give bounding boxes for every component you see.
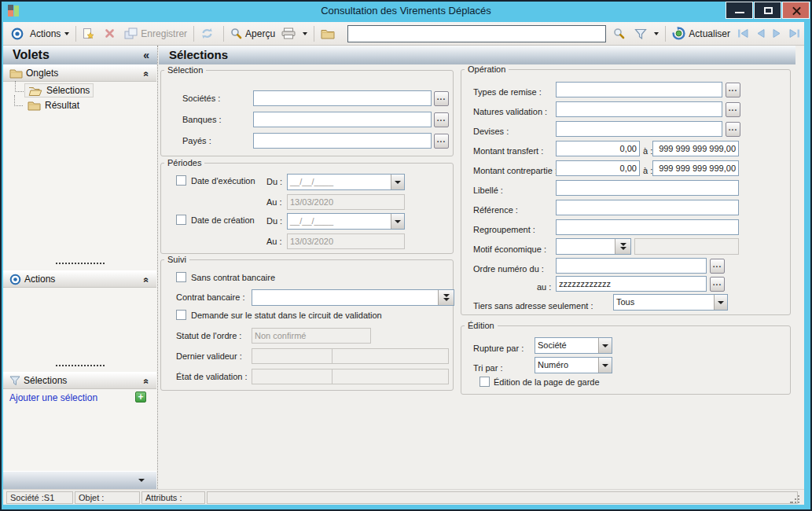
chevron-down-icon bbox=[64, 32, 69, 35]
banques-input[interactable] bbox=[253, 112, 432, 127]
filter-button[interactable] bbox=[634, 28, 659, 39]
nav-first-button[interactable] bbox=[737, 28, 749, 39]
group-edition: Édition Rupture par : Société Tri par : … bbox=[461, 325, 791, 395]
dernier-valideur-field-2[interactable] bbox=[332, 348, 449, 364]
ordre-numero-au-input[interactable]: zzzzzzzzzzzz bbox=[556, 276, 707, 292]
closed-folder-icon bbox=[28, 101, 41, 111]
du-label: Du : bbox=[266, 216, 282, 226]
add-selection-link[interactable]: Ajouter une sélection bbox=[9, 392, 97, 403]
ordre-au-browse-button[interactable]: ... bbox=[710, 277, 725, 292]
date-creation-du-combo[interactable]: __/__/____ bbox=[287, 213, 405, 230]
montant-transfert-from-field[interactable]: 0,00 bbox=[556, 141, 640, 156]
reference-input[interactable] bbox=[556, 200, 739, 215]
ordre-numero-au-label: au : bbox=[537, 282, 551, 292]
sans-contrat-checkbox[interactable] bbox=[176, 272, 186, 282]
etat-validation-field-1[interactable] bbox=[252, 369, 333, 384]
motif-economique-field[interactable] bbox=[634, 238, 739, 255]
rupture-value: Société bbox=[538, 340, 567, 350]
double-chevron-down-icon[interactable] bbox=[438, 290, 454, 305]
close-button[interactable] bbox=[782, 2, 810, 19]
preview-button[interactable]: Aperçu bbox=[230, 28, 275, 39]
refresh-button[interactable] bbox=[200, 28, 217, 39]
statut-ordre-field[interactable]: Non confirmé bbox=[252, 328, 371, 344]
date-creation-au-field[interactable]: 13/03/2020 bbox=[287, 233, 405, 249]
etat-validation-field-2[interactable] bbox=[332, 369, 449, 384]
sidebar-bottom-bar[interactable] bbox=[3, 471, 156, 489]
motif-economique-combo[interactable] bbox=[556, 238, 631, 255]
regroupement-label: Regroupement : bbox=[473, 225, 535, 234]
tiers-sans-adresse-combo[interactable]: Tous bbox=[613, 294, 728, 311]
payes-browse-button[interactable]: ... bbox=[434, 134, 449, 149]
delete-button[interactable] bbox=[105, 28, 118, 39]
folder-button[interactable] bbox=[321, 28, 338, 39]
sidebar-section-actions[interactable]: Actions « bbox=[3, 270, 156, 288]
panel-collapse-button[interactable]: « bbox=[143, 46, 149, 64]
sidebar-item-label: Résultat bbox=[45, 100, 79, 111]
date-execution-checkbox[interactable] bbox=[176, 175, 186, 186]
page-title: Sélections bbox=[159, 46, 795, 64]
devises-browse-button[interactable]: ... bbox=[726, 122, 740, 137]
natures-validation-browse-button[interactable]: ... bbox=[726, 102, 740, 117]
dernier-valideur-field-1[interactable] bbox=[252, 348, 333, 364]
resize-grip-icon[interactable] bbox=[790, 494, 799, 504]
actions-menu-button[interactable]: Actions bbox=[30, 28, 69, 39]
collapse-section-icon[interactable]: « bbox=[141, 278, 152, 283]
funnel-icon bbox=[9, 376, 20, 386]
double-chevron-down-icon[interactable] bbox=[615, 239, 630, 254]
societes-input[interactable] bbox=[253, 90, 432, 106]
montant-contrepartie-to-field[interactable]: 999 999 999 999,00 bbox=[652, 160, 739, 176]
sidebar-section-selections-filter[interactable]: Sélections « bbox=[3, 372, 156, 389]
natures-validation-input[interactable] bbox=[556, 101, 722, 117]
sidebar-header: Volets « bbox=[3, 46, 157, 64]
montant-contrepartie-from-field[interactable]: 0,00 bbox=[556, 160, 640, 176]
rupture-par-combo[interactable]: Société bbox=[535, 337, 612, 354]
regroupement-input[interactable] bbox=[556, 219, 739, 235]
sidebar-item-selections[interactable]: Sélections bbox=[24, 83, 94, 97]
page-garde-checkbox[interactable] bbox=[479, 377, 490, 387]
new-button[interactable] bbox=[83, 28, 98, 39]
search-button[interactable] bbox=[613, 28, 628, 39]
add-plus-icon[interactable]: + bbox=[135, 392, 146, 403]
actualiser-button[interactable]: Actualiser bbox=[672, 27, 730, 40]
montant-transfert-to-field[interactable]: 999 999 999 999,00 bbox=[652, 141, 739, 156]
sidebar-item-resultat[interactable]: Résultat bbox=[24, 98, 83, 112]
date-creation-checkbox[interactable] bbox=[176, 215, 186, 225]
libelle-input[interactable] bbox=[556, 180, 739, 196]
save-button[interactable]: Enregistrer bbox=[124, 28, 187, 39]
devises-input[interactable] bbox=[556, 121, 722, 137]
maximize-button[interactable] bbox=[754, 2, 781, 19]
payes-input[interactable] bbox=[253, 133, 432, 149]
tri-par-combo[interactable]: Numéro bbox=[535, 357, 612, 373]
chevron-down-icon[interactable] bbox=[598, 338, 612, 353]
date-execution-au-field[interactable]: 13/03/2020 bbox=[287, 194, 405, 210]
filter-chevron-down-icon bbox=[654, 32, 659, 35]
types-remise-browse-button[interactable]: ... bbox=[726, 83, 740, 97]
ordre-numero-du-input[interactable] bbox=[556, 258, 707, 274]
print-button[interactable] bbox=[281, 28, 307, 39]
sidebar-item-label: Sélections bbox=[46, 85, 90, 96]
ordre-du-browse-button[interactable]: ... bbox=[710, 259, 725, 274]
demande-statut-checkbox[interactable] bbox=[176, 310, 186, 320]
chevron-down-icon[interactable] bbox=[391, 214, 404, 229]
contrat-bancaire-combo[interactable] bbox=[252, 289, 454, 306]
delete-x-icon bbox=[105, 28, 115, 39]
chevron-down-icon[interactable] bbox=[598, 358, 612, 373]
group-operation: Opération Types de remise : ... Natures … bbox=[461, 69, 791, 315]
search-input[interactable] bbox=[347, 25, 606, 42]
types-remise-input[interactable] bbox=[556, 82, 722, 97]
collapse-section-icon[interactable]: « bbox=[141, 379, 152, 384]
nav-previous-button[interactable] bbox=[755, 28, 766, 39]
societes-browse-button[interactable]: ... bbox=[434, 91, 449, 106]
nav-last-button[interactable] bbox=[788, 28, 801, 39]
collapse-section-icon[interactable]: « bbox=[141, 72, 152, 77]
sidebar-section-onglets[interactable]: Onglets « bbox=[3, 64, 156, 82]
minimize-button[interactable] bbox=[726, 2, 753, 19]
statut-ordre-label: Statut de l'ordre : bbox=[176, 331, 241, 340]
chevron-down-icon[interactable] bbox=[391, 175, 404, 189]
banques-browse-button[interactable]: ... bbox=[434, 112, 449, 127]
save-label: Enregistrer bbox=[141, 28, 187, 39]
date-execution-du-combo[interactable]: __/__/____ bbox=[287, 174, 405, 190]
group-title: Sélection bbox=[164, 65, 206, 75]
nav-next-button[interactable] bbox=[772, 28, 782, 39]
chevron-down-icon[interactable] bbox=[714, 295, 727, 310]
